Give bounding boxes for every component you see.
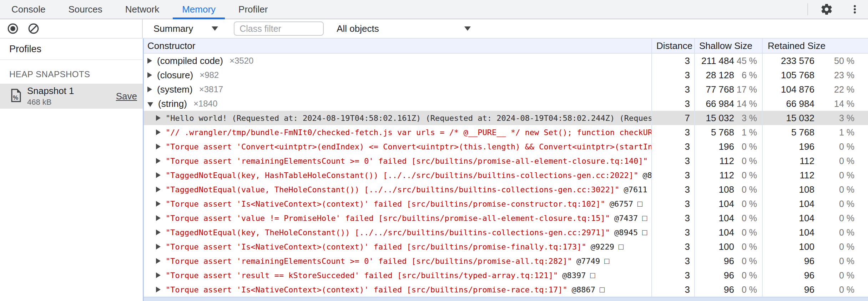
expand-arrow-icon[interactable] bbox=[156, 272, 161, 278]
grid-row[interactable]: "Torque assert 'Is<NativeContext>(contex… bbox=[144, 240, 868, 254]
expand-arrow-icon[interactable] bbox=[156, 201, 161, 207]
expand-arrow-icon[interactable] bbox=[147, 58, 152, 64]
placeholder-glyph-icon: □ bbox=[642, 213, 647, 223]
expand-arrow-icon[interactable] bbox=[156, 144, 161, 149]
grid-row[interactable]: "Torque assert 'remainingElementsCount >… bbox=[144, 254, 868, 268]
grid-row[interactable]: "Hello world! (Requested at: 2024-08-19T… bbox=[144, 111, 868, 125]
memory-panel-content: Profiles HEAP SNAPSHOTS % Snapshot 1 468… bbox=[0, 39, 868, 301]
expand-arrow-icon[interactable] bbox=[147, 72, 152, 78]
distance-cell: 3 bbox=[651, 139, 694, 154]
string-value: "Hello world! (Requested at: 2024-08-19T… bbox=[166, 114, 651, 123]
expand-arrow-icon[interactable] bbox=[156, 244, 161, 250]
shallow-size-cell: 1040 % bbox=[694, 211, 762, 225]
collapse-arrow-icon[interactable] bbox=[147, 102, 153, 107]
expand-arrow-icon[interactable] bbox=[156, 258, 161, 264]
grid-row[interactable]: "TaggedNotEqual(key, HashTableHoleConsta… bbox=[144, 168, 868, 182]
distance-cell: 3 bbox=[651, 240, 694, 254]
retained-size-cell: 104 87622 % bbox=[762, 82, 868, 97]
expand-arrow-icon[interactable] bbox=[156, 158, 161, 164]
expand-arrow-icon[interactable] bbox=[156, 215, 161, 221]
retained-size-cell: 233 57650 % bbox=[762, 54, 868, 68]
string-value: "Torque assert 'Convert<uintptr>(endInde… bbox=[166, 142, 651, 151]
more-options-kebab-icon[interactable] bbox=[849, 4, 860, 15]
tab-console[interactable]: Console bbox=[0, 0, 57, 19]
expand-arrow-icon[interactable] bbox=[156, 187, 161, 192]
grid-row[interactable]: "Torque assert 'value != PromiseHole' fa… bbox=[144, 211, 868, 225]
grid-row[interactable]: (string)×1840366 98414 %66 98414 % bbox=[144, 97, 868, 111]
placeholder-glyph-icon: □ bbox=[590, 271, 595, 280]
constructor-cell: (compiled code)×3520 bbox=[144, 54, 651, 68]
tab-profiler[interactable]: Profiler bbox=[227, 0, 279, 19]
shallow-size-cell: 1960 % bbox=[694, 139, 762, 154]
grid-row[interactable]: "Torque assert 'Is<NativeContext>(contex… bbox=[144, 282, 868, 297]
tab-network[interactable]: Network bbox=[114, 0, 171, 19]
constructor-cell: (system)×3817 bbox=[144, 82, 651, 97]
retained-size-cell: 1040 % bbox=[762, 211, 868, 225]
grid-row[interactable]: "// .wrangler/tmp/bundle-FmNIt0/checked-… bbox=[144, 125, 868, 139]
constructor-cell: "TaggedNotEqual(value, TheHoleConstant()… bbox=[144, 182, 651, 197]
distance-cell: 3 bbox=[651, 97, 694, 111]
clear-profiles-icon[interactable] bbox=[28, 23, 39, 34]
chevron-down-icon bbox=[464, 26, 471, 31]
column-header-constructor[interactable]: Constructor bbox=[144, 39, 651, 53]
grid-row[interactable]: (closure)×982328 1286 %105 76823 % bbox=[144, 68, 868, 82]
grid-row[interactable]: "TaggedNotEqual(key, TheHoleConstant()) … bbox=[144, 225, 868, 240]
grid-row[interactable]: (system)×3817377 76817 %104 87622 % bbox=[144, 82, 868, 97]
retained-size-percent: 0 % bbox=[814, 170, 854, 181]
object-id: @8945 bbox=[614, 228, 638, 237]
shallow-size-value: 108 bbox=[695, 184, 734, 195]
string-value: "TaggedNotEqual(value, TheHoleConstant()… bbox=[166, 185, 620, 194]
grid-toolbar: Summary All objects bbox=[143, 19, 868, 38]
shallow-size-percent: 0 % bbox=[734, 156, 757, 166]
string-value: "TaggedNotEqual(key, TheHoleConstant()) … bbox=[166, 228, 610, 237]
retained-size-cell: 960 % bbox=[762, 268, 868, 282]
tab-memory[interactable]: Memory bbox=[171, 0, 227, 19]
column-header-retained-size[interactable]: Retained Size bbox=[762, 39, 868, 53]
grid-row[interactable]: "Torque assert 'Is<NativeContext>(contex… bbox=[144, 197, 868, 211]
placeholder-glyph-icon: □ bbox=[637, 199, 642, 209]
column-header-distance[interactable]: Distance bbox=[651, 39, 694, 53]
distance-cell: 3 bbox=[651, 168, 694, 182]
retained-size-value: 104 876 bbox=[763, 84, 814, 95]
perspective-dropdown[interactable]: Summary bbox=[153, 23, 218, 34]
shallow-size-cell: 28 1286 % bbox=[694, 68, 762, 82]
settings-gear-icon[interactable] bbox=[820, 3, 833, 16]
expand-arrow-icon[interactable] bbox=[156, 287, 161, 292]
retained-size-percent: 0 % bbox=[814, 227, 854, 238]
distance-cell: 3 bbox=[651, 154, 694, 168]
expand-arrow-icon[interactable] bbox=[156, 230, 161, 235]
shallow-size-percent: 0 % bbox=[734, 256, 757, 266]
class-filter-input[interactable] bbox=[234, 21, 324, 36]
grid-row[interactable]: "TaggedNotEqual(value, TheHoleConstant()… bbox=[144, 182, 868, 197]
tab-sources[interactable]: Sources bbox=[57, 0, 113, 19]
distance-cell: 3 bbox=[651, 268, 694, 282]
object-id: @7611 bbox=[624, 185, 647, 194]
shallow-size-percent: 3 % bbox=[734, 113, 757, 123]
heap-snapshots-section-label: HEAP SNAPSHOTS bbox=[0, 69, 143, 79]
shallow-size-cell: 5 7681 % bbox=[694, 125, 762, 139]
grid-row[interactable]: "Torque assert 'Convert<uintptr>(endInde… bbox=[144, 139, 868, 154]
column-header-shallow-size[interactable]: Shallow Size bbox=[694, 39, 762, 53]
profiles-sidebar: Profiles HEAP SNAPSHOTS % Snapshot 1 468… bbox=[0, 39, 143, 301]
grid-row[interactable]: "Torque assert 'remainingElementsCount >… bbox=[144, 154, 868, 168]
retained-size-cell: 1120 % bbox=[762, 168, 868, 182]
objects-scope-dropdown[interactable]: All objects bbox=[337, 23, 471, 34]
expand-arrow-icon[interactable] bbox=[156, 129, 161, 135]
retained-size-percent: 50 % bbox=[814, 56, 854, 66]
grid-row[interactable]: "Torque assert 'result == kStoreSucceded… bbox=[144, 268, 868, 282]
shallow-size-value: 77 768 bbox=[695, 84, 734, 95]
expand-arrow-icon[interactable] bbox=[156, 172, 161, 178]
object-id: @8867 bbox=[572, 285, 595, 294]
expand-arrow-icon[interactable] bbox=[156, 115, 161, 121]
shallow-size-cell: 15 0323 % bbox=[694, 111, 762, 125]
retained-size-percent: 0 % bbox=[814, 270, 854, 281]
snapshot-list-item[interactable]: % Snapshot 1 468 kB Save bbox=[0, 84, 143, 109]
grid-row[interactable]: (compiled code)×35203211 48445 %233 5765… bbox=[144, 54, 868, 68]
expand-arrow-icon[interactable] bbox=[147, 87, 152, 92]
shallow-size-cell: 960 % bbox=[694, 254, 762, 268]
retained-size-percent: 0 % bbox=[814, 285, 854, 295]
save-snapshot-link[interactable]: Save bbox=[116, 91, 137, 102]
retained-size-value: 15 032 bbox=[763, 113, 814, 124]
svg-text:%: % bbox=[13, 94, 18, 101]
take-heap-snapshot-icon[interactable] bbox=[7, 23, 19, 34]
